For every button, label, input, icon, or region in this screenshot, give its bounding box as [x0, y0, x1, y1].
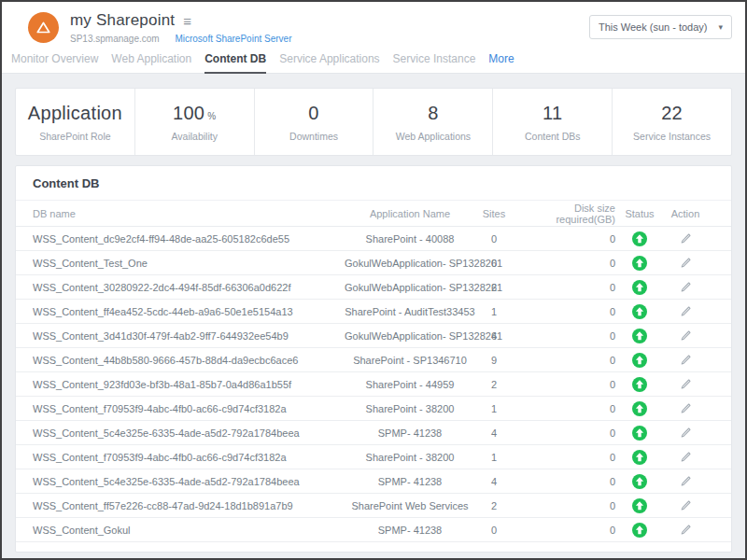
application-name-cell: SharePoint - 38200	[345, 452, 475, 463]
application-name-cell: SharePoint Web Services	[345, 500, 475, 511]
status-cell	[615, 498, 664, 513]
up-arrow-circle-icon[interactable]	[632, 329, 647, 343]
stat-value: 8	[428, 103, 438, 124]
status-cell	[615, 280, 664, 295]
db-name-cell: WSS_Content_Gokul	[33, 525, 345, 536]
warning-triangle-icon	[36, 21, 50, 34]
sites-cell: 1	[475, 452, 513, 463]
monitor-type-link[interactable]: Microsoft SharePoint Server	[175, 34, 291, 44]
edit-pencil-icon[interactable]	[680, 354, 692, 366]
disk-size-cell: 0	[513, 355, 615, 366]
status-cell	[615, 329, 664, 343]
edit-pencil-icon[interactable]	[680, 257, 692, 269]
db-name-cell: WSS_Content_5c4e325e-6335-4ade-a5d2-792a…	[33, 427, 345, 439]
tab-more[interactable]: More	[488, 52, 514, 73]
sites-cell: 1	[475, 306, 513, 317]
stat-web-applications: 8Web Applications	[373, 89, 492, 155]
stat-value: 0	[308, 103, 318, 124]
up-arrow-circle-icon[interactable]	[632, 498, 647, 513]
status-cell	[615, 450, 664, 465]
stat-label: Content DBs	[525, 131, 581, 142]
status-cell	[615, 401, 664, 416]
action-cell	[664, 257, 707, 270]
sites-cell: 4	[475, 476, 513, 487]
edit-pencil-icon[interactable]	[680, 475, 692, 487]
table-row: WSS_Content_Test_OneGokulWebApplication-…	[16, 251, 731, 275]
up-arrow-circle-icon[interactable]	[632, 304, 647, 319]
table-row: WSS_Content_ff4ea452-5cdc-44eb-a9a6-50e1…	[16, 300, 731, 324]
edit-pencil-icon[interactable]	[680, 378, 692, 390]
up-arrow-circle-icon[interactable]	[632, 377, 647, 392]
up-arrow-circle-icon[interactable]	[632, 280, 647, 295]
disk-size-cell: 0	[513, 306, 615, 317]
disk-size-cell: 0	[513, 258, 615, 269]
table-body: WSS_Content_dc9e2cf4-ff94-48de-aa25-6051…	[16, 227, 731, 542]
edit-pencil-icon[interactable]	[680, 451, 692, 463]
action-cell	[664, 378, 707, 391]
table-row: WSS_Content_5c4e325e-6335-4ade-a5d2-792a…	[16, 469, 731, 494]
tab-service-applications[interactable]: Service Applications	[279, 52, 379, 73]
up-arrow-circle-icon[interactable]	[632, 231, 647, 246]
stat-label: SharePoint Role	[39, 131, 110, 142]
sites-cell: 0	[475, 525, 513, 536]
edit-pencil-icon[interactable]	[680, 305, 692, 317]
status-cell	[615, 353, 664, 368]
disk-size-cell: 0	[513, 500, 615, 511]
tab-content-db[interactable]: Content DB	[204, 52, 266, 74]
disk-size-cell: 0	[513, 282, 615, 293]
tab-web-application[interactable]: Web Application	[111, 52, 191, 73]
edit-pencil-icon[interactable]	[680, 329, 692, 342]
stat-value: 22	[661, 103, 683, 124]
application-name-cell: SPMP- 41238	[345, 476, 475, 487]
edit-pencil-icon[interactable]	[680, 232, 692, 245]
column-header-sites: Sites	[475, 208, 513, 219]
up-arrow-circle-icon[interactable]	[632, 450, 647, 465]
db-name-cell: WSS_Content_923fd03e-bf3b-48a1-85b7-0a4d…	[33, 379, 345, 390]
stat-content-dbs: 11Content DBs	[492, 89, 612, 155]
up-arrow-circle-icon[interactable]	[632, 401, 647, 416]
application-name-cell: SharePoint - 40088	[345, 233, 475, 245]
edit-pencil-icon[interactable]	[680, 402, 692, 414]
up-arrow-circle-icon[interactable]	[632, 353, 647, 368]
column-header-db-name: DB name	[33, 208, 345, 219]
content-db-card: Content DB DB nameApplication NameSitesD…	[15, 165, 732, 553]
up-arrow-circle-icon[interactable]	[632, 426, 647, 441]
stat-unit: %	[207, 111, 216, 121]
db-name-cell: WSS_Content_f70953f9-4abc-4fb0-ac66-c9d7…	[33, 452, 345, 463]
sites-cell: 0	[475, 233, 513, 245]
status-cell	[615, 377, 664, 392]
sites-cell: 4	[475, 330, 513, 342]
edit-pencil-icon[interactable]	[680, 427, 692, 439]
tab-service-instance[interactable]: Service Instance	[393, 52, 476, 73]
disk-size-cell: 0	[513, 403, 615, 414]
disk-size-cell: 0	[513, 525, 615, 536]
sites-cell: 2	[475, 282, 513, 293]
status-cell	[615, 231, 664, 246]
column-header-action: Action	[664, 208, 707, 219]
status-cell	[615, 304, 664, 319]
db-name-cell: WSS_Content_44b8b580-9666-457b-88d4-da9e…	[33, 355, 345, 366]
tab-monitor-overview[interactable]: Monitor Overview	[11, 52, 98, 73]
edit-pencil-icon[interactable]	[680, 499, 692, 511]
table-row: WSS_Content_ff57e226-cc88-47ad-9d24-18d1…	[16, 494, 731, 518]
application-name-cell: GokulWebApplication- SP1328261	[345, 258, 475, 269]
application-name-cell: GokulWebApplication- SP1328261	[345, 330, 475, 342]
table-row: WSS_Content_GokulSPMP- 4123800	[16, 518, 731, 542]
disk-size-cell: 0	[513, 233, 615, 245]
stat-label: Service Instances	[633, 131, 711, 142]
status-cell	[615, 523, 664, 538]
up-arrow-circle-icon[interactable]	[632, 474, 647, 489]
application-name-cell: SharePoint - SP1346710	[345, 355, 475, 366]
up-arrow-circle-icon[interactable]	[632, 256, 647, 271]
edit-pencil-icon[interactable]	[680, 524, 692, 536]
stat-label: Downtimes	[289, 131, 338, 142]
menu-icon[interactable]: ≡	[183, 14, 191, 28]
sites-cell: 4	[475, 427, 513, 439]
edit-pencil-icon[interactable]	[680, 281, 692, 293]
page-title: my Sharepoint	[70, 11, 175, 30]
up-arrow-circle-icon[interactable]	[632, 523, 647, 538]
monitor-brand: my Sharepoint ≡ SP13.spmanage.com Micros…	[28, 11, 291, 44]
disk-size-cell: 0	[513, 330, 615, 342]
time-period-dropdown[interactable]: This Week (sun - today) ▾	[589, 15, 732, 39]
disk-size-cell: 0	[513, 476, 615, 487]
